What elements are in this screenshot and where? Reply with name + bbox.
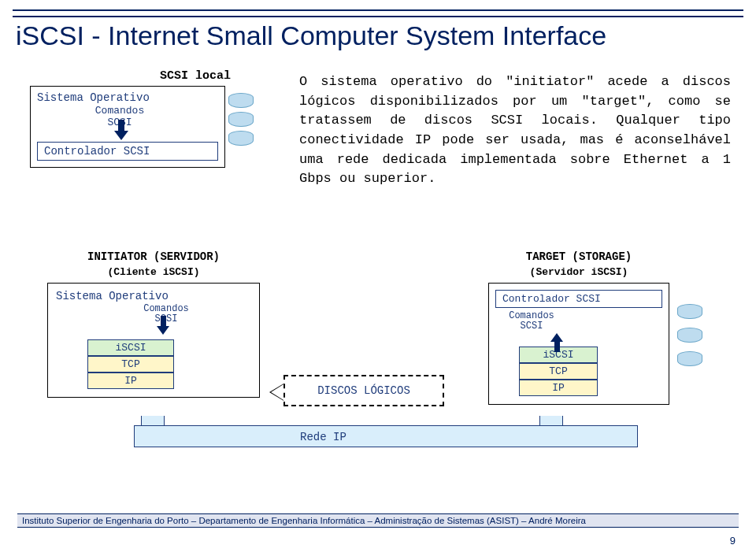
target-controller: Controlador SCSI bbox=[495, 290, 662, 308]
page-number: 9 bbox=[730, 535, 736, 547]
initiator-commands: Comandos SCSI bbox=[135, 304, 198, 324]
initiator-column: INITIATOR (SERVIDOR) (Cliente iSCSI) Sis… bbox=[47, 250, 260, 398]
initiator-sys-op: Sistema Operativo bbox=[56, 290, 251, 302]
target-subtitle: (Servidor iSCSI) bbox=[488, 266, 669, 278]
target-disks-icon bbox=[677, 304, 702, 375]
stack-iscsi: iSCSI bbox=[87, 339, 174, 356]
iscsi-network-diagram: INITIATOR (SERVIDOR) (Cliente iSCSI) Sis… bbox=[47, 250, 732, 487]
footer-text: Instituto Superior de Engenharia do Port… bbox=[17, 513, 739, 528]
initiator-subtitle: (Cliente iSCSI) bbox=[47, 266, 260, 278]
body-paragraph: O sistema operativo do "initiator" acede… bbox=[299, 72, 731, 189]
ip-network-label: Rede IP bbox=[134, 425, 638, 447]
disk-icon bbox=[677, 351, 702, 361]
local-disks-icon bbox=[228, 93, 254, 150]
sys-op-label: Sistema Operativo bbox=[37, 91, 218, 104]
disk-icon bbox=[228, 112, 254, 121]
target-commands: Comandos SCSI bbox=[500, 311, 563, 332]
target-protocol-stack: iSCSI TCP IP bbox=[519, 347, 598, 396]
stack-ip: IP bbox=[87, 373, 174, 389]
scsi-local-box: Sistema Operativo Comandos SCSI Controla… bbox=[30, 86, 225, 168]
disk-icon bbox=[677, 328, 702, 337]
controller-label: Controlador SCSI bbox=[37, 142, 218, 161]
network-connector-left bbox=[141, 416, 165, 425]
target-cmd1: Comandos bbox=[509, 310, 554, 321]
initiator-cmd2: SCSI bbox=[155, 313, 178, 324]
scsi-local-heading: SCSI local bbox=[117, 69, 274, 83]
initiator-title: INITIATOR (SERVIDOR) bbox=[47, 250, 260, 263]
disk-icon bbox=[677, 304, 702, 313]
target-cmd2: SCSI bbox=[521, 321, 543, 332]
initiator-protocol-stack: iSCSI TCP IP bbox=[87, 339, 174, 389]
target-box: Controlador SCSI Comandos SCSI iSCSI TCP… bbox=[488, 283, 669, 405]
initiator-box: Sistema Operativo Comandos SCSI iSCSI TC… bbox=[47, 283, 260, 398]
header-rule bbox=[13, 9, 743, 17]
stack-ip: IP bbox=[519, 380, 598, 396]
disk-icon bbox=[228, 131, 254, 140]
arrow-down-icon bbox=[114, 131, 128, 140]
logical-disks-label: DISCOS LÓGICOS bbox=[284, 375, 444, 406]
network-connector-right bbox=[539, 416, 563, 425]
target-column: TARGET (STORAGE) (Servidor iSCSI) Contro… bbox=[488, 250, 669, 405]
arrow-down-icon bbox=[157, 326, 169, 335]
stack-tcp: TCP bbox=[87, 356, 174, 373]
disk-icon bbox=[228, 93, 254, 102]
initiator-cmd1: Comandos bbox=[143, 303, 189, 314]
stack-tcp: TCP bbox=[519, 363, 598, 380]
page-title: iSCSI - Internet Small Computer System I… bbox=[16, 20, 606, 51]
commands-line1: Comandos bbox=[95, 105, 144, 117]
arrow-up-icon bbox=[550, 333, 563, 342]
target-title: TARGET (STORAGE) bbox=[488, 250, 669, 263]
